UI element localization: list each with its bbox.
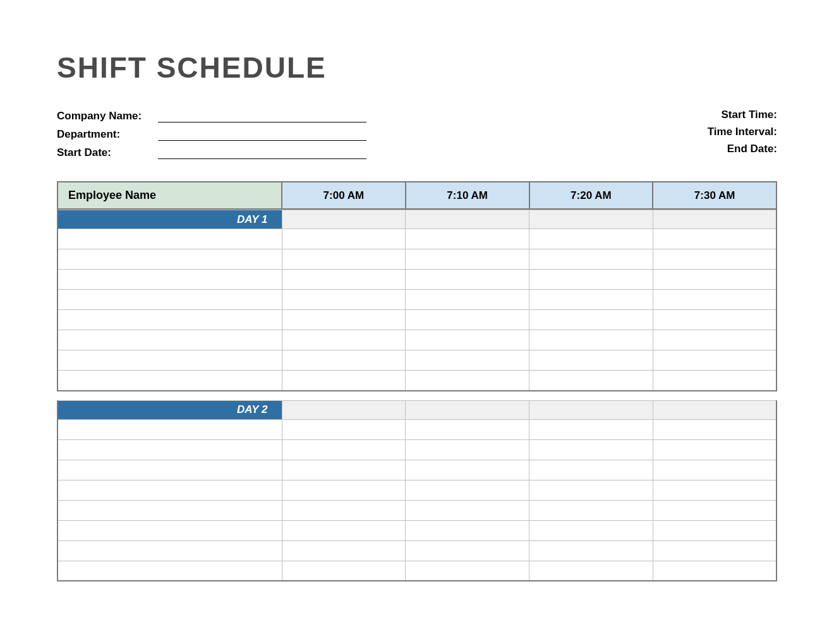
employee-cell[interactable] [57,290,282,310]
employee-cell[interactable] [57,350,282,371]
shift-cell[interactable] [406,229,529,249]
shift-cell[interactable] [282,249,406,270]
shift-cell[interactable] [406,371,529,391]
shift-cell[interactable] [406,520,529,540]
shift-cell[interactable] [529,419,653,439]
shift-cell[interactable] [406,310,529,330]
employee-cell[interactable] [57,371,282,391]
shift-cell[interactable] [406,270,529,290]
shift-cell[interactable] [406,249,529,270]
shift-cell[interactable] [653,290,777,310]
employee-cell[interactable] [57,561,282,581]
employee-cell[interactable] [57,480,282,500]
shift-cell[interactable] [653,249,777,270]
label-start-time: Start Time: [708,109,777,121]
shift-cell[interactable] [653,330,777,350]
shift-cell[interactable] [653,500,777,520]
shift-cell[interactable] [406,439,529,460]
shift-cell[interactable] [282,561,406,581]
shift-cell[interactable] [653,350,777,371]
shift-cell[interactable] [282,480,406,500]
schedule-header: Employee Name 7:00 AM 7:10 AM 7:20 AM 7:… [57,181,777,210]
shift-cell[interactable] [653,520,777,540]
table-row [57,330,777,350]
shift-cell[interactable] [529,460,653,480]
table-row [57,249,777,270]
employee-cell[interactable] [57,270,282,290]
day-header: DAY 1 [57,210,282,229]
shift-cell[interactable] [282,229,406,249]
shift-cell[interactable] [406,460,529,480]
table-row [57,350,777,371]
shift-cell[interactable] [529,249,653,270]
shift-cell[interactable] [282,371,406,391]
shift-cell[interactable] [529,520,653,540]
shift-cell[interactable] [406,480,529,500]
table-row [57,439,777,460]
page-title: SHIFT SCHEDULE [57,51,777,85]
shift-cell[interactable] [406,561,529,581]
shift-cell[interactable] [406,540,529,561]
shift-cell[interactable] [406,500,529,520]
shift-cell[interactable] [282,520,406,540]
employee-cell[interactable] [57,330,282,350]
shift-cell[interactable] [529,229,653,249]
shift-cell[interactable] [282,500,406,520]
shift-cell[interactable] [529,561,653,581]
shift-cell[interactable] [529,371,653,391]
shift-cell[interactable] [282,439,406,460]
shift-cell[interactable] [653,540,777,561]
shift-cell[interactable] [406,330,529,350]
shift-cell[interactable] [529,270,653,290]
shift-cell[interactable] [406,290,529,310]
shift-cell[interactable] [282,350,406,371]
employee-cell[interactable] [57,540,282,561]
shift-cell[interactable] [653,229,777,249]
employee-cell[interactable] [57,310,282,330]
employee-cell[interactable] [57,419,282,439]
shift-cell[interactable] [653,419,777,439]
table-row [57,500,777,520]
input-company[interactable] [158,109,366,122]
shift-cell[interactable] [282,310,406,330]
shift-cell[interactable] [653,439,777,460]
employee-cell[interactable] [57,249,282,270]
shift-cell[interactable] [529,439,653,460]
employee-cell[interactable] [57,500,282,520]
shift-cell[interactable] [529,500,653,520]
meta-right: Start Time: Time Interval: End Date: [708,109,777,164]
employee-cell[interactable] [57,520,282,540]
label-company: Company Name: [57,110,158,122]
shift-cell[interactable] [653,310,777,330]
employee-cell[interactable] [57,460,282,480]
header-time-1: 7:10 AM [406,182,529,209]
shift-cell[interactable] [529,480,653,500]
shift-cell[interactable] [653,371,777,391]
shift-cell[interactable] [406,350,529,371]
shift-cell[interactable] [282,460,406,480]
employee-cell[interactable] [57,439,282,460]
shift-cell[interactable] [529,350,653,371]
input-start-date[interactable] [158,145,366,159]
table-row [57,229,777,249]
input-department[interactable] [158,127,366,141]
shift-cell[interactable] [529,310,653,330]
employee-cell[interactable] [57,229,282,249]
shift-cell[interactable] [653,270,777,290]
shift-cell[interactable] [282,270,406,290]
shift-cell[interactable] [406,419,529,439]
shift-cell[interactable] [529,290,653,310]
shift-cell[interactable] [282,290,406,310]
shift-cell[interactable] [653,480,777,500]
shift-cell[interactable] [282,330,406,350]
shift-cell[interactable] [529,330,653,350]
shift-cell[interactable] [653,561,777,581]
header-employee: Employee Name [57,182,282,209]
shift-cell[interactable] [529,540,653,561]
day-header-slot [406,400,529,419]
shift-cell[interactable] [282,540,406,561]
shift-cell[interactable] [653,460,777,480]
day-header-slot [529,210,653,229]
table-row [57,419,777,439]
shift-cell[interactable] [282,419,406,439]
